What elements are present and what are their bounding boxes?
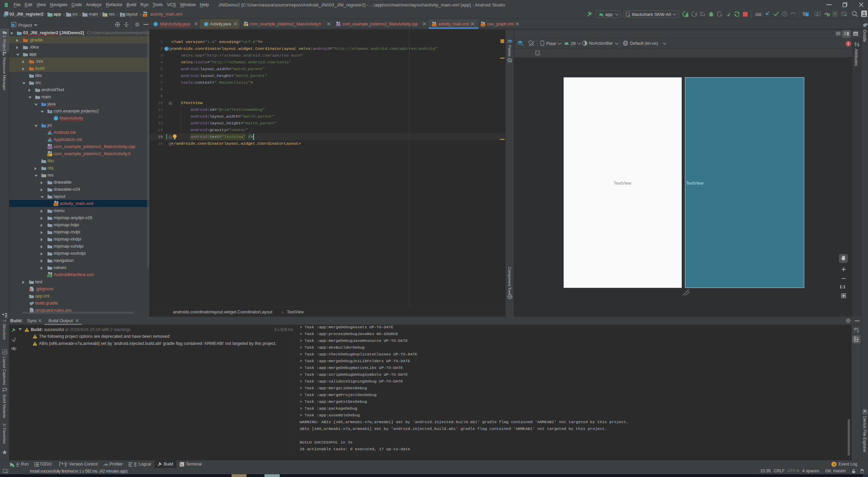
- svg-text:C: C: [165, 47, 167, 50]
- svg-text:MF: MF: [48, 275, 52, 277]
- svg-text:C: C: [155, 23, 157, 26]
- svg-text:<>: <>: [54, 204, 58, 206]
- svg-text:3: 3: [833, 463, 835, 466]
- svg-text:C: C: [55, 117, 57, 120]
- svg-text:<>: <>: [433, 24, 435, 27]
- svg-text:H: H: [48, 154, 50, 156]
- svg-text:C++: C++: [336, 24, 340, 26]
- svg-text:C++: C++: [47, 147, 52, 149]
- svg-text:H: H: [244, 24, 245, 26]
- svg-text:<>: <>: [481, 24, 484, 27]
- svg-text:C: C: [205, 23, 207, 26]
- svg-text:<>: <>: [143, 14, 146, 17]
